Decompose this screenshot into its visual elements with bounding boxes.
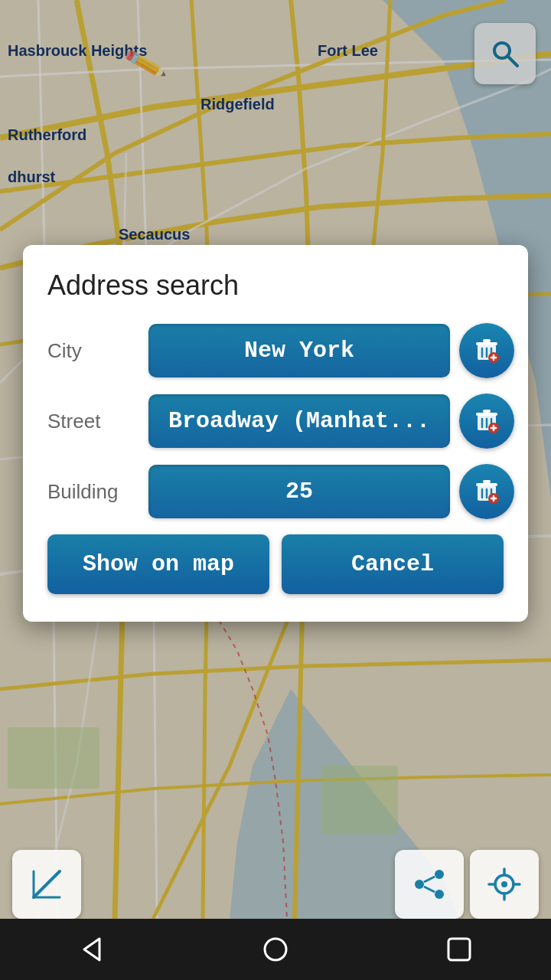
building-input[interactable]: [148, 465, 450, 518]
back-button[interactable]: [47, 928, 136, 971]
svg-rect-25: [483, 480, 491, 483]
recent-icon: [445, 936, 473, 963]
svg-point-35: [435, 870, 444, 879]
dialog-title: Address search: [47, 270, 504, 302]
trash-icon-street: [473, 407, 500, 435]
svg-rect-48: [448, 939, 470, 960]
back-icon: [78, 936, 106, 963]
city-row: City: [47, 323, 504, 378]
street-input[interactable]: [148, 394, 450, 448]
svg-line-38: [424, 877, 435, 882]
street-delete-button[interactable]: [459, 394, 514, 449]
svg-point-37: [435, 890, 444, 899]
street-label: Street: [47, 410, 139, 433]
svg-line-39: [424, 887, 435, 892]
city-input[interactable]: [148, 324, 450, 377]
svg-rect-24: [476, 483, 497, 486]
trash-icon-building: [473, 478, 500, 505]
city-delete-button[interactable]: [459, 323, 514, 378]
svg-rect-16: [483, 410, 491, 413]
svg-point-41: [501, 881, 507, 887]
show-on-map-button[interactable]: Show on map: [47, 534, 269, 594]
recent-button[interactable]: [415, 928, 504, 971]
share-icon: [410, 865, 448, 903]
building-delete-button[interactable]: [459, 464, 514, 519]
svg-marker-46: [84, 939, 99, 960]
action-buttons: Show on map Cancel: [47, 534, 504, 594]
svg-rect-6: [476, 342, 497, 345]
home-icon: [262, 936, 289, 963]
address-dialog: Address search City Str: [23, 245, 528, 622]
measure-icon: [28, 865, 66, 903]
svg-rect-7: [483, 339, 491, 342]
svg-point-47: [265, 939, 286, 960]
map-bottom-controls: [0, 850, 551, 919]
building-label: Building: [47, 480, 139, 504]
svg-line-32: [34, 871, 60, 897]
city-label: City: [47, 339, 139, 363]
street-row: Street: [47, 394, 504, 449]
svg-point-36: [415, 880, 424, 889]
svg-rect-15: [476, 413, 497, 416]
locate-icon: [485, 865, 523, 903]
share-button[interactable]: [395, 850, 464, 919]
measure-button[interactable]: [12, 850, 81, 919]
locate-button[interactable]: [470, 850, 539, 919]
building-row: Building: [47, 464, 504, 519]
modal-overlay: Address search City Str: [0, 0, 551, 919]
bottom-navigation: [0, 919, 551, 980]
cancel-button[interactable]: Cancel: [282, 534, 504, 594]
trash-icon-city: [473, 337, 500, 364]
home-button[interactable]: [231, 928, 320, 971]
